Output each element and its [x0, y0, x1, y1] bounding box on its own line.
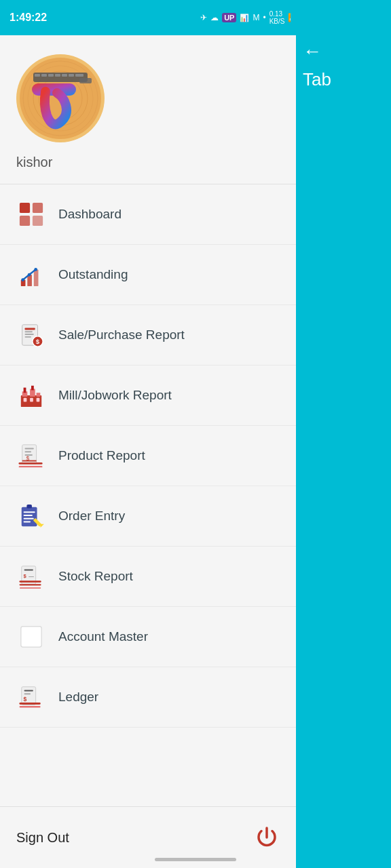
svg-rect-51 — [26, 505, 32, 509]
svg-rect-59 — [24, 570, 33, 571]
menu-list: Dashboard Outstanding — [0, 184, 296, 806]
svg-rect-39 — [24, 398, 27, 402]
svg-rect-36 — [37, 393, 41, 397]
svg-text:$: $ — [26, 455, 29, 462]
account-master-label: Account Master — [58, 629, 148, 644]
svg-rect-29 — [25, 336, 32, 338]
svg-rect-68 — [24, 693, 31, 694]
svg-rect-44 — [25, 451, 32, 452]
sale-purchase-icon: $ — [16, 320, 46, 350]
svg-rect-18 — [33, 216, 43, 226]
svg-rect-26 — [25, 328, 35, 330]
svg-point-24 — [34, 268, 37, 271]
weather-icon: ☁ — [210, 13, 219, 22]
sidebar-item-outstanding[interactable]: Outstanding — [0, 245, 296, 305]
svg-rect-16 — [33, 203, 43, 213]
tab-label: Tab — [291, 69, 331, 90]
svg-text:—: — — [29, 573, 34, 579]
svg-text:$: $ — [36, 338, 40, 345]
svg-text:$: $ — [24, 696, 27, 703]
right-panel: ← Tab — [291, 0, 391, 868]
sidebar-item-product-report[interactable]: $ Product Report — [0, 426, 296, 486]
svg-rect-40 — [30, 398, 33, 402]
telegram-icon: ✈ — [200, 13, 207, 22]
sidebar-item-stock-report[interactable]: $ — Stock Report — [0, 547, 296, 607]
avatar — [16, 54, 105, 142]
order-entry-label: Order Entry — [58, 509, 125, 524]
account-master-icon — [16, 622, 46, 652]
svg-rect-27 — [25, 331, 33, 332]
svg-rect-43 — [25, 448, 34, 450]
drawer-panel: kishor Dashboard — [0, 35, 296, 868]
svg-rect-13 — [79, 78, 92, 83]
svg-rect-6 — [35, 74, 40, 77]
app-logo — [20, 58, 101, 139]
power-icon[interactable] — [254, 825, 280, 850]
sidebar-item-mill-jobwork[interactable]: Mill/Jobwork Report — [0, 366, 296, 426]
sidebar-item-ledger[interactable]: $ Ledger — [0, 667, 296, 728]
svg-point-23 — [28, 273, 31, 277]
svg-rect-7 — [41, 74, 47, 77]
stock-report-icon: $ — — [16, 561, 46, 591]
dashboard-icon — [16, 199, 46, 229]
svg-rect-11 — [69, 74, 74, 77]
svg-rect-38 — [31, 386, 34, 391]
mill-jobwork-icon — [16, 380, 46, 410]
sidebar-item-sale-purchase[interactable]: $ Sale/Purchase Report — [0, 305, 296, 366]
svg-rect-41 — [37, 398, 40, 402]
ledger-icon: $ — [16, 682, 46, 712]
order-entry-icon — [16, 501, 46, 531]
svg-point-22 — [21, 278, 24, 281]
stock-report-label: Stock Report — [58, 569, 133, 584]
svg-rect-8 — [48, 74, 54, 77]
outstanding-icon — [16, 260, 46, 290]
svg-rect-65 — [21, 627, 41, 647]
svg-rect-37 — [24, 388, 26, 393]
svg-rect-9 — [55, 74, 60, 77]
sidebar-item-dashboard[interactable]: Dashboard — [0, 184, 296, 245]
data-speed: 0.13KB/S — [269, 10, 285, 25]
svg-rect-21 — [34, 269, 39, 286]
status-time: 1:49:22 — [10, 12, 47, 24]
svg-rect-17 — [20, 216, 30, 226]
ledger-label: Ledger — [58, 690, 98, 705]
svg-rect-67 — [24, 690, 33, 692]
svg-rect-50 — [22, 507, 37, 527]
paytm-icon: 📊 — [240, 14, 249, 22]
svg-rect-28 — [25, 334, 34, 335]
username-label: kishor — [16, 155, 52, 170]
home-indicator — [155, 858, 236, 861]
sidebar-item-account-master[interactable]: Account Master — [0, 607, 296, 667]
sign-out-label: Sign Out — [16, 830, 69, 846]
up-icon: UP — [222, 13, 236, 22]
svg-rect-12 — [75, 74, 83, 77]
dot-icon: • — [263, 13, 265, 22]
svg-rect-10 — [62, 74, 67, 77]
mill-jobwork-label: Mill/Jobwork Report — [58, 388, 172, 403]
dashboard-label: Dashboard — [58, 207, 122, 222]
outstanding-label: Outstanding — [58, 267, 128, 282]
product-report-label: Product Report — [58, 448, 145, 463]
gmail-icon: M — [253, 13, 259, 22]
svg-rect-15 — [20, 203, 30, 213]
sale-purchase-label: Sale/Purchase Report — [58, 328, 185, 342]
sidebar-item-order-entry[interactable]: Order Entry — [0, 486, 296, 547]
sign-out-section[interactable]: Sign Out — [0, 806, 296, 868]
profile-section: kishor — [0, 35, 296, 184]
product-report-icon: $ — [16, 441, 46, 471]
